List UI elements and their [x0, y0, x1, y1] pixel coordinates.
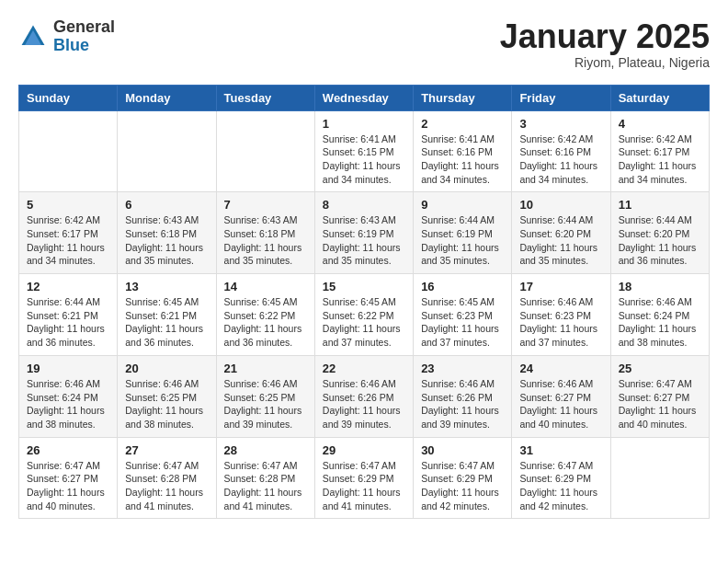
day-number: 31: [519, 443, 602, 457]
calendar-day: 1Sunrise: 6:41 AM Sunset: 6:15 PM Daylig…: [314, 110, 413, 192]
day-info: Sunrise: 6:42 AM Sunset: 6:17 PM Dayligh…: [619, 132, 701, 187]
day-info: Sunrise: 6:47 AM Sunset: 6:28 PM Dayligh…: [224, 459, 307, 513]
calendar-day: [610, 437, 709, 519]
day-info: Sunrise: 6:45 AM Sunset: 6:21 PM Dayligh…: [125, 295, 208, 350]
calendar-day: [216, 110, 314, 192]
location-subtitle: Riyom, Plateau, Nigeria: [500, 55, 710, 70]
calendar-day: 30Sunrise: 6:47 AM Sunset: 6:29 PM Dayli…: [414, 437, 512, 519]
day-number: 11: [619, 198, 701, 212]
calendar-day: 26Sunrise: 6:47 AM Sunset: 6:27 PM Dayli…: [19, 437, 118, 519]
day-info: Sunrise: 6:47 AM Sunset: 6:29 PM Dayligh…: [519, 459, 602, 513]
calendar-day: 2Sunrise: 6:41 AM Sunset: 6:16 PM Daylig…: [414, 110, 512, 192]
calendar-week-3: 12Sunrise: 6:44 AM Sunset: 6:21 PM Dayli…: [19, 274, 710, 356]
day-number: 28: [224, 443, 307, 457]
calendar-day: 18Sunrise: 6:46 AM Sunset: 6:24 PM Dayli…: [610, 274, 709, 356]
calendar-day: 28Sunrise: 6:47 AM Sunset: 6:28 PM Dayli…: [216, 437, 314, 519]
day-header-thursday: Thursday: [414, 85, 512, 110]
day-info: Sunrise: 6:44 AM Sunset: 6:20 PM Dayligh…: [519, 213, 602, 268]
calendar-day: 24Sunrise: 6:46 AM Sunset: 6:27 PM Dayli…: [512, 355, 610, 437]
calendar-day: 4Sunrise: 6:42 AM Sunset: 6:17 PM Daylig…: [610, 110, 709, 192]
calendar-day: 25Sunrise: 6:47 AM Sunset: 6:27 PM Dayli…: [610, 355, 709, 437]
calendar-week-5: 26Sunrise: 6:47 AM Sunset: 6:27 PM Dayli…: [19, 437, 710, 519]
day-info: Sunrise: 6:45 AM Sunset: 6:22 PM Dayligh…: [224, 295, 307, 350]
day-number: 27: [125, 443, 208, 457]
day-info: Sunrise: 6:47 AM Sunset: 6:29 PM Dayligh…: [323, 459, 405, 513]
day-header-wednesday: Wednesday: [314, 85, 413, 110]
day-number: 4: [619, 117, 701, 131]
day-info: Sunrise: 6:47 AM Sunset: 6:29 PM Dayligh…: [421, 459, 504, 513]
calendar-day: 22Sunrise: 6:46 AM Sunset: 6:26 PM Dayli…: [314, 355, 413, 437]
day-number: 25: [619, 362, 701, 375]
day-info: Sunrise: 6:46 AM Sunset: 6:24 PM Dayligh…: [27, 377, 109, 431]
calendar-day: 10Sunrise: 6:44 AM Sunset: 6:20 PM Dayli…: [512, 192, 610, 274]
day-header-friday: Friday: [512, 85, 610, 110]
calendar-day: 11Sunrise: 6:44 AM Sunset: 6:20 PM Dayli…: [610, 192, 709, 274]
calendar-week-1: 1Sunrise: 6:41 AM Sunset: 6:15 PM Daylig…: [19, 110, 710, 192]
day-info: Sunrise: 6:46 AM Sunset: 6:27 PM Dayligh…: [519, 377, 602, 431]
calendar-day: [118, 110, 216, 192]
title-block: January 2025 Riyom, Plateau, Nigeria: [500, 18, 710, 70]
day-info: Sunrise: 6:46 AM Sunset: 6:23 PM Dayligh…: [519, 295, 602, 350]
calendar-day: 9Sunrise: 6:44 AM Sunset: 6:19 PM Daylig…: [414, 192, 512, 274]
calendar-table: SundayMondayTuesdayWednesdayThursdayFrid…: [18, 85, 710, 520]
calendar-day: 27Sunrise: 6:47 AM Sunset: 6:28 PM Dayli…: [118, 437, 216, 519]
day-info: Sunrise: 6:42 AM Sunset: 6:16 PM Dayligh…: [519, 132, 602, 187]
day-info: Sunrise: 6:45 AM Sunset: 6:23 PM Dayligh…: [421, 295, 504, 350]
day-number: 2: [421, 117, 504, 131]
day-info: Sunrise: 6:44 AM Sunset: 6:19 PM Dayligh…: [421, 213, 504, 268]
calendar-day: 13Sunrise: 6:45 AM Sunset: 6:21 PM Dayli…: [118, 274, 216, 356]
day-info: Sunrise: 6:44 AM Sunset: 6:20 PM Dayligh…: [619, 213, 701, 268]
logo-icon: [18, 22, 48, 52]
day-number: 22: [323, 362, 405, 375]
calendar-day: 7Sunrise: 6:43 AM Sunset: 6:18 PM Daylig…: [216, 192, 314, 274]
day-number: 30: [421, 443, 504, 457]
day-info: Sunrise: 6:46 AM Sunset: 6:24 PM Dayligh…: [619, 295, 701, 350]
day-number: 17: [519, 280, 602, 293]
day-number: 15: [323, 280, 405, 293]
day-info: Sunrise: 6:46 AM Sunset: 6:26 PM Dayligh…: [421, 377, 504, 431]
day-number: 13: [125, 280, 208, 293]
day-info: Sunrise: 6:41 AM Sunset: 6:15 PM Dayligh…: [323, 132, 405, 187]
calendar-day: 16Sunrise: 6:45 AM Sunset: 6:23 PM Dayli…: [414, 274, 512, 356]
day-info: Sunrise: 6:42 AM Sunset: 6:17 PM Dayligh…: [27, 213, 109, 268]
calendar-day: 23Sunrise: 6:46 AM Sunset: 6:26 PM Dayli…: [414, 355, 512, 437]
day-number: 18: [619, 280, 701, 293]
day-number: 19: [27, 362, 109, 375]
calendar-day: 3Sunrise: 6:42 AM Sunset: 6:16 PM Daylig…: [512, 110, 610, 192]
day-info: Sunrise: 6:45 AM Sunset: 6:22 PM Dayligh…: [323, 295, 405, 350]
calendar-week-4: 19Sunrise: 6:46 AM Sunset: 6:24 PM Dayli…: [19, 355, 710, 437]
calendar-day: 8Sunrise: 6:43 AM Sunset: 6:19 PM Daylig…: [314, 192, 413, 274]
day-number: 21: [224, 362, 307, 375]
day-info: Sunrise: 6:46 AM Sunset: 6:26 PM Dayligh…: [323, 377, 405, 431]
calendar-day: 19Sunrise: 6:46 AM Sunset: 6:24 PM Dayli…: [19, 355, 118, 437]
calendar-day: 17Sunrise: 6:46 AM Sunset: 6:23 PM Dayli…: [512, 274, 610, 356]
day-number: 6: [125, 198, 208, 212]
day-info: Sunrise: 6:43 AM Sunset: 6:19 PM Dayligh…: [323, 213, 405, 268]
calendar-day: 5Sunrise: 6:42 AM Sunset: 6:17 PM Daylig…: [19, 192, 118, 274]
day-number: 3: [519, 117, 602, 131]
day-number: 20: [125, 362, 208, 375]
day-number: 5: [27, 198, 109, 212]
calendar-body: 1Sunrise: 6:41 AM Sunset: 6:15 PM Daylig…: [19, 110, 710, 519]
day-info: Sunrise: 6:43 AM Sunset: 6:18 PM Dayligh…: [224, 213, 307, 268]
calendar-day: 31Sunrise: 6:47 AM Sunset: 6:29 PM Dayli…: [512, 437, 610, 519]
day-number: 12: [27, 280, 109, 293]
day-header-monday: Monday: [118, 85, 216, 110]
day-number: 29: [323, 443, 405, 457]
calendar-day: 12Sunrise: 6:44 AM Sunset: 6:21 PM Dayli…: [19, 274, 118, 356]
logo-general-text: General: [53, 17, 115, 36]
day-number: 14: [224, 280, 307, 293]
day-info: Sunrise: 6:47 AM Sunset: 6:27 PM Dayligh…: [27, 459, 109, 513]
logo-text: General Blue: [53, 18, 115, 55]
day-info: Sunrise: 6:46 AM Sunset: 6:25 PM Dayligh…: [125, 377, 208, 431]
calendar-day: [19, 110, 118, 192]
month-title: January 2025: [500, 18, 710, 55]
day-number: 8: [323, 198, 405, 212]
day-header-sunday: Sunday: [19, 85, 118, 110]
calendar-header-row: SundayMondayTuesdayWednesdayThursdayFrid…: [19, 85, 710, 110]
day-number: 10: [519, 198, 602, 212]
calendar-day: 21Sunrise: 6:46 AM Sunset: 6:25 PM Dayli…: [216, 355, 314, 437]
calendar-day: 15Sunrise: 6:45 AM Sunset: 6:22 PM Dayli…: [314, 274, 413, 356]
day-number: 1: [323, 117, 405, 131]
calendar-day: 20Sunrise: 6:46 AM Sunset: 6:25 PM Dayli…: [118, 355, 216, 437]
